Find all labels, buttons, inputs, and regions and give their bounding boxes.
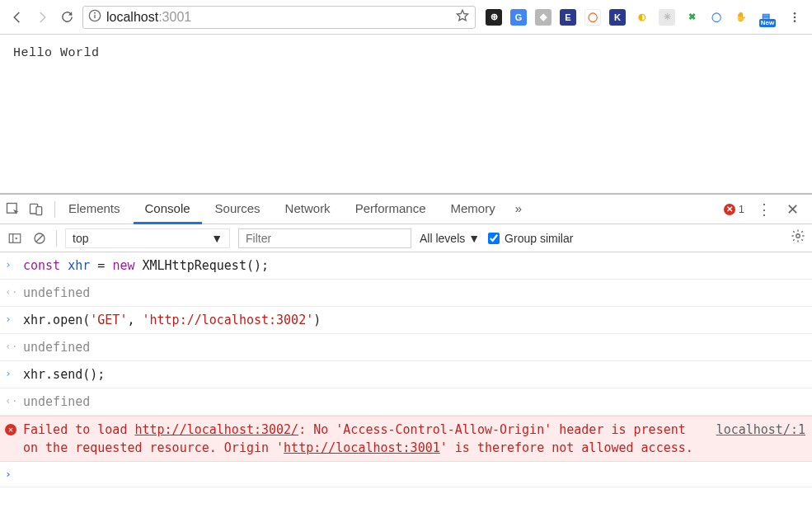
- error-source-link[interactable]: localhost/:1: [716, 421, 805, 439]
- console-toolbar: top ▼ All levels ▼ Group similar: [0, 224, 812, 252]
- separator: [56, 230, 57, 247]
- separator: [54, 201, 55, 218]
- chevron-down-icon: ▼: [468, 232, 480, 245]
- input-marker-icon: ›: [5, 256, 16, 273]
- url-port: :3001: [158, 10, 191, 24]
- browser-menu-icon[interactable]: [786, 8, 804, 26]
- address-bar[interactable]: localhost:3001: [82, 6, 476, 29]
- svg-rect-9: [9, 233, 21, 242]
- error-count-badge[interactable]: ✕ 1: [724, 203, 744, 215]
- console-output-text: undefined: [23, 338, 805, 356]
- extension-icon[interactable]: E: [560, 9, 576, 26]
- log-levels-select[interactable]: All levels ▼: [420, 232, 480, 245]
- extension-icon[interactable]: ◐: [634, 9, 650, 26]
- svg-point-3: [794, 12, 796, 15]
- error-url-link[interactable]: http://localhost:3002/: [134, 422, 298, 437]
- svg-point-2: [94, 12, 96, 14]
- console-settings-icon[interactable]: [791, 228, 805, 247]
- extension-icon-new[interactable]: ▤: [758, 9, 774, 26]
- reload-button[interactable]: [58, 8, 76, 26]
- levels-label: All levels: [420, 232, 465, 245]
- chevron-down-icon: ▼: [211, 232, 223, 245]
- extension-icon[interactable]: ✳: [659, 9, 675, 26]
- error-icon: ✕: [724, 204, 735, 215]
- console-sidebar-toggle-icon[interactable]: [7, 230, 23, 247]
- svg-point-5: [794, 20, 796, 22]
- extension-icon[interactable]: K: [609, 9, 626, 26]
- tabs-overflow-icon[interactable]: »: [509, 195, 528, 224]
- browser-toolbar: localhost:3001 ⊕ G ◆ E ◯ K ◐ ✳ ✖ ◯ ✋ ▤: [0, 0, 812, 35]
- context-value: top: [73, 232, 88, 245]
- console-row: ✕localhost/:1Failed to load http://local…: [0, 416, 812, 462]
- tab-performance[interactable]: Performance: [344, 195, 438, 224]
- inspect-element-icon[interactable]: [5, 201, 21, 218]
- console-output-text: undefined: [23, 284, 805, 302]
- output-marker-icon: ‹·: [5, 393, 16, 409]
- tab-network[interactable]: Network: [274, 195, 342, 224]
- console-input-text: const xhr = new XMLHttpRequest();: [23, 256, 805, 275]
- tab-sources[interactable]: Sources: [204, 195, 272, 224]
- extension-icon[interactable]: ◯: [708, 9, 725, 26]
- page-body-text: Hello World: [13, 46, 100, 60]
- svg-rect-8: [36, 206, 42, 214]
- group-similar-input[interactable]: [488, 233, 500, 244]
- extension-icon[interactable]: G: [510, 9, 527, 26]
- devtools-tabbar: Elements Console Sources Network Perform…: [0, 195, 812, 224]
- input-marker-icon: ›: [5, 365, 16, 382]
- console-row: ‹·undefined: [0, 334, 812, 361]
- group-similar-label: Group similar: [505, 232, 573, 245]
- error-url-link[interactable]: http://localhost:3001: [284, 440, 440, 455]
- error-count: 1: [739, 203, 744, 215]
- device-toggle-icon[interactable]: [28, 201, 45, 218]
- console-input-text: xhr.send();: [23, 365, 805, 384]
- input-marker-icon: ›: [5, 311, 16, 327]
- output-marker-icon: ‹·: [5, 338, 16, 355]
- url-text[interactable]: localhost:3001: [106, 10, 450, 25]
- extension-icon[interactable]: ◯: [584, 9, 601, 26]
- svg-point-4: [794, 16, 796, 18]
- tab-console[interactable]: Console: [134, 195, 202, 224]
- extension-icon[interactable]: ⊕: [486, 9, 502, 26]
- console-row: ‹·undefined: [0, 388, 812, 416]
- group-similar-checkbox[interactable]: Group similar: [488, 232, 573, 245]
- console-body[interactable]: ›const xhr = new XMLHttpRequest();‹·unde…: [0, 252, 812, 513]
- console-error-text: localhost/:1Failed to load http://localh…: [23, 421, 805, 457]
- console-row: ‹·undefined: [0, 280, 812, 307]
- svg-point-13: [796, 234, 800, 238]
- extension-icon[interactable]: ◆: [535, 9, 552, 26]
- execution-context-select[interactable]: top ▼: [65, 228, 230, 248]
- forward-button[interactable]: [33, 8, 51, 26]
- console-prompt[interactable]: ›: [0, 462, 812, 487]
- clear-console-icon[interactable]: [31, 230, 48, 247]
- error-icon: ✕: [5, 424, 16, 435]
- svg-line-12: [36, 235, 43, 242]
- extension-icon[interactable]: ✋: [733, 9, 749, 26]
- extension-icon[interactable]: ✖: [683, 9, 700, 26]
- tab-memory[interactable]: Memory: [439, 195, 507, 224]
- bookmark-star-icon[interactable]: [455, 8, 470, 26]
- devtools-close-icon[interactable]: ✕: [784, 200, 800, 219]
- console-row: ›xhr.open('GET', 'http://localhost:3002'…: [0, 307, 812, 334]
- site-info-icon[interactable]: [88, 9, 101, 25]
- devtools-panel: Elements Console Sources Network Perform…: [0, 193, 812, 513]
- output-marker-icon: ‹·: [5, 284, 16, 300]
- console-output-text: undefined: [23, 393, 805, 411]
- page-viewport: Hello World: [0, 35, 812, 193]
- devtools-menu-icon[interactable]: ⋮: [756, 200, 772, 219]
- back-button[interactable]: [8, 8, 26, 26]
- url-host: localhost: [106, 10, 158, 24]
- prompt-marker-icon: ›: [5, 466, 16, 482]
- tab-elements[interactable]: Elements: [57, 195, 132, 224]
- console-input-text: xhr.open('GET', 'http://localhost:3002'): [23, 311, 805, 329]
- console-row: ›const xhr = new XMLHttpRequest();: [0, 252, 812, 280]
- extension-icons: ⊕ G ◆ E ◯ K ◐ ✳ ✖ ◯ ✋ ▤: [482, 8, 804, 26]
- console-row: ›xhr.send();: [0, 361, 812, 388]
- console-filter-input[interactable]: [238, 228, 411, 248]
